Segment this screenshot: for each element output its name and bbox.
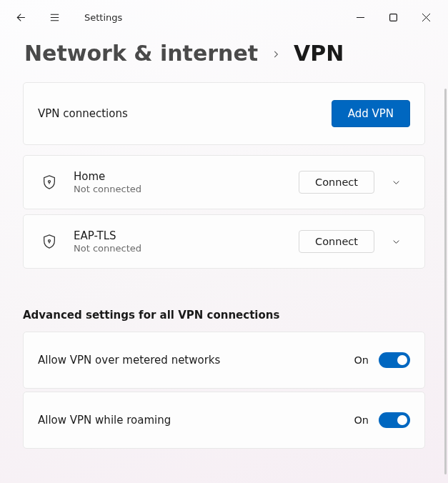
breadcrumb: Network & internet VPN <box>0 34 448 82</box>
toggle-row-metered: Allow VPN over metered networks On <box>23 332 425 389</box>
breadcrumb-current: VPN <box>294 41 344 65</box>
toggle-switch[interactable] <box>379 412 410 428</box>
shield-lock-icon <box>38 174 61 190</box>
vpn-item[interactable]: EAP-TLS Not connected Connect <box>23 214 425 269</box>
minimize-button[interactable] <box>344 6 377 29</box>
vpn-connections-label: VPN connections <box>38 107 332 120</box>
add-vpn-button[interactable]: Add VPN <box>332 100 410 127</box>
expand-button[interactable] <box>382 177 410 188</box>
toggle-switch[interactable] <box>379 352 410 368</box>
advanced-section-title: Advanced settings for all VPN connection… <box>23 309 425 322</box>
titlebar: Settings <box>0 0 448 34</box>
vpn-name: Home <box>74 170 299 183</box>
toggle-state: On <box>354 354 369 366</box>
svg-point-2 <box>49 240 51 242</box>
shield-lock-icon <box>38 234 61 249</box>
toggle-label: Allow VPN over metered networks <box>38 354 354 367</box>
svg-rect-0 <box>389 14 397 21</box>
vpn-connections-header: VPN connections Add VPN <box>23 82 425 145</box>
connect-button[interactable]: Connect <box>299 230 374 253</box>
toggle-state: On <box>354 414 369 426</box>
svg-point-1 <box>49 181 51 183</box>
breadcrumb-parent[interactable]: Network & internet <box>24 41 258 65</box>
chevron-right-icon <box>271 46 281 63</box>
menu-button[interactable] <box>40 3 69 31</box>
close-button[interactable] <box>409 6 442 29</box>
maximize-button[interactable] <box>377 6 409 29</box>
vpn-item[interactable]: Home Not connected Connect <box>23 155 425 209</box>
window-title: Settings <box>84 12 122 23</box>
toggle-row-roaming: Allow VPN while roaming On <box>23 392 425 449</box>
back-button[interactable] <box>6 3 34 31</box>
vpn-status: Not connected <box>74 243 299 254</box>
connect-button[interactable]: Connect <box>299 171 374 194</box>
toggle-label: Allow VPN while roaming <box>38 414 354 427</box>
content-area: VPN connections Add VPN Home Not connect… <box>0 82 448 449</box>
vpn-list: Home Not connected Connect EAP-TLS Not c… <box>23 155 425 269</box>
vpn-status: Not connected <box>74 184 299 194</box>
scrollbar[interactable] <box>444 89 447 474</box>
vpn-name: EAP-TLS <box>74 229 299 242</box>
expand-button[interactable] <box>382 236 410 247</box>
